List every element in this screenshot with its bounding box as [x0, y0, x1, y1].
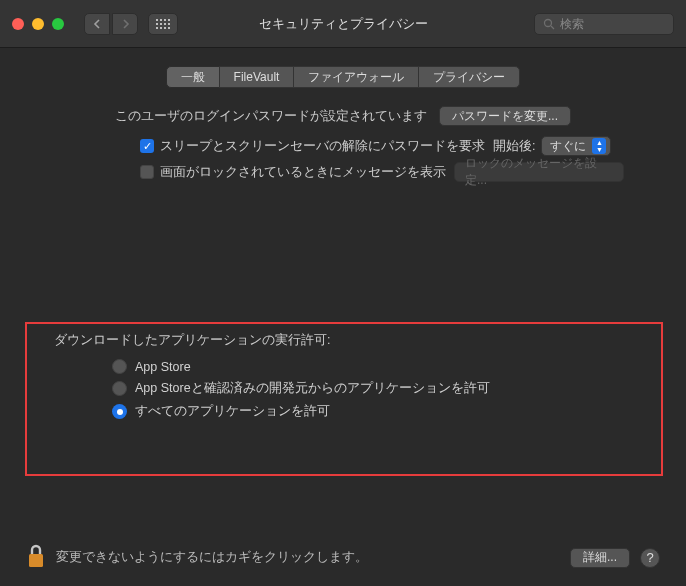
lock-icon[interactable]	[26, 543, 46, 572]
svg-rect-2	[164, 19, 166, 21]
lock-hint: 変更できないようにするにはカギをクリックします。	[56, 549, 368, 566]
minimize-icon[interactable]	[32, 18, 44, 30]
help-button[interactable]: ?	[640, 548, 660, 568]
svg-rect-0	[156, 19, 158, 21]
require-password-checkbox[interactable]: ✓	[140, 139, 154, 153]
svg-rect-3	[168, 19, 170, 21]
delay-select[interactable]: すぐに ▲▼	[541, 136, 611, 156]
annotation-highlight	[25, 322, 663, 476]
svg-rect-14	[29, 554, 43, 567]
search-field[interactable]	[534, 13, 674, 35]
delay-value: すぐに	[550, 138, 586, 155]
tab-bar: 一般 FileVault ファイアウォール プライバシー	[0, 66, 686, 88]
window-controls	[12, 18, 64, 30]
svg-rect-1	[160, 19, 162, 21]
preferences-window: セキュリティとプライバシー 一般 FileVault ファイアウォール プライバ…	[0, 0, 686, 586]
window-title: セキュリティとプライバシー	[259, 15, 428, 33]
tab-filevault[interactable]: FileVault	[219, 66, 295, 88]
search-input[interactable]	[560, 17, 660, 31]
svg-point-12	[545, 19, 552, 26]
zoom-icon[interactable]	[52, 18, 64, 30]
svg-rect-6	[164, 23, 166, 25]
nav-buttons	[84, 13, 138, 35]
tab-firewall[interactable]: ファイアウォール	[293, 66, 419, 88]
password-set-msg: このユーザのログインパスワードが設定されています	[115, 108, 427, 125]
forward-button[interactable]	[112, 13, 138, 35]
svg-line-13	[551, 26, 554, 29]
titlebar: セキュリティとプライバシー	[0, 0, 686, 48]
change-password-button[interactable]: パスワードを変更...	[439, 106, 571, 126]
tab-privacy[interactable]: プライバシー	[418, 66, 520, 88]
require-password-label: スリープとスクリーンセーバの解除にパスワードを要求	[160, 138, 485, 155]
svg-rect-7	[168, 23, 170, 25]
show-message-label: 画面がロックされているときにメッセージを表示	[160, 164, 446, 181]
show-all-button[interactable]	[148, 13, 178, 35]
close-icon[interactable]	[12, 18, 24, 30]
svg-rect-10	[164, 27, 166, 29]
svg-rect-8	[156, 27, 158, 29]
svg-rect-11	[168, 27, 170, 29]
chevron-up-down-icon: ▲▼	[592, 138, 606, 154]
after-label: 開始後:	[493, 138, 535, 155]
svg-rect-9	[160, 27, 162, 29]
svg-rect-4	[156, 23, 158, 25]
details-button[interactable]: 詳細...	[570, 548, 630, 568]
show-message-checkbox[interactable]	[140, 165, 154, 179]
tab-general[interactable]: 一般	[166, 66, 220, 88]
lock-message-field: ロックのメッセージを設定...	[454, 162, 624, 182]
back-button[interactable]	[84, 13, 110, 35]
svg-rect-5	[160, 23, 162, 25]
footer: 変更できないようにするにはカギをクリックします。 詳細... ?	[26, 543, 660, 572]
